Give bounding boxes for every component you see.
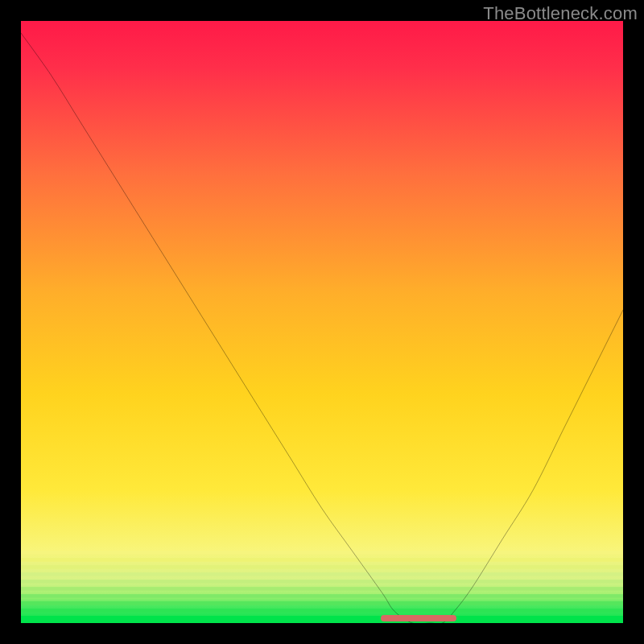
watermark-text: TheBottleneck.com xyxy=(483,3,638,24)
svg-rect-3 xyxy=(21,565,623,568)
chart-frame: TheBottleneck.com xyxy=(0,0,644,644)
svg-rect-10 xyxy=(21,616,623,623)
svg-rect-2 xyxy=(21,558,623,561)
svg-rect-8 xyxy=(21,601,623,605)
svg-rect-1 xyxy=(21,551,623,554)
svg-rect-4 xyxy=(21,572,623,576)
plot-area xyxy=(21,21,623,623)
svg-rect-5 xyxy=(21,580,623,583)
bottom-banding xyxy=(21,21,623,623)
svg-rect-6 xyxy=(21,587,623,590)
svg-rect-7 xyxy=(21,594,623,597)
svg-rect-9 xyxy=(21,609,623,612)
